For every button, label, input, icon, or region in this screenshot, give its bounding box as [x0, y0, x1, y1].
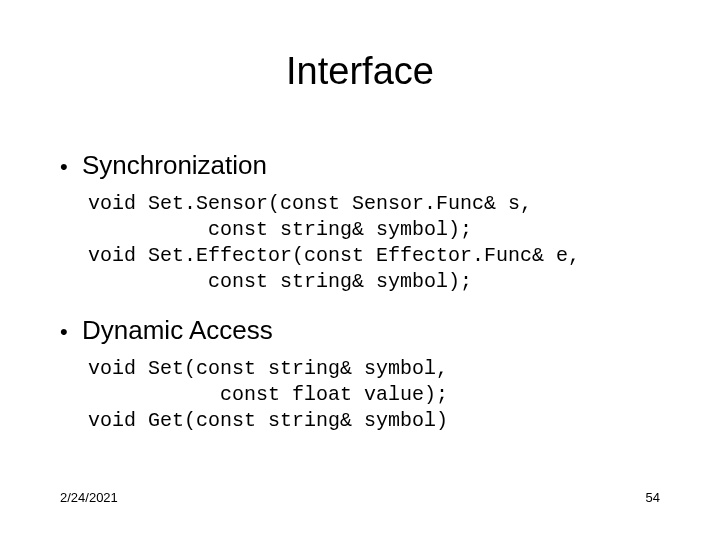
bullet-synchronization: • Synchronization: [60, 150, 660, 181]
slide: Interface • Synchronization void Set.Sen…: [0, 0, 720, 540]
slide-title: Interface: [0, 50, 720, 93]
bullet-dot-icon: •: [60, 319, 82, 345]
code-dynamic-access: void Set(const string& symbol, const flo…: [88, 356, 660, 434]
bullet-heading: Dynamic Access: [82, 315, 273, 346]
footer-date: 2/24/2021: [60, 490, 118, 505]
bullet-dynamic-access: • Dynamic Access: [60, 315, 660, 346]
code-synchronization: void Set.Sensor(const Sensor.Func& s, co…: [88, 191, 660, 295]
slide-content: • Synchronization void Set.Sensor(const …: [60, 150, 660, 454]
bullet-dot-icon: •: [60, 154, 82, 180]
footer-page-number: 54: [646, 490, 660, 505]
bullet-heading: Synchronization: [82, 150, 267, 181]
